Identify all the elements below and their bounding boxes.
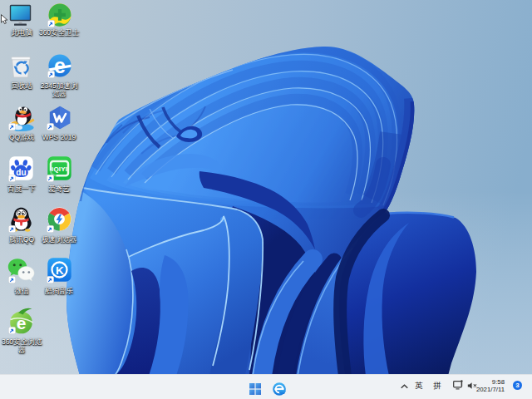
svg-text:e: e	[17, 313, 27, 332]
svg-text:K: K	[56, 264, 64, 277]
svg-text:e: e	[54, 54, 66, 77]
svg-text:iQIYI: iQIYI	[52, 165, 67, 173]
svg-text:du: du	[16, 168, 26, 177]
